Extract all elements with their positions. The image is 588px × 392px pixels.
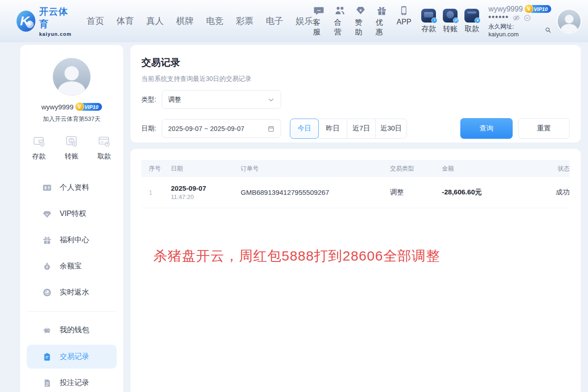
range-7days-button[interactable]: 近7日 bbox=[347, 119, 376, 139]
vip-badge: V VIP10 bbox=[526, 5, 551, 13]
wallet-shortcut-group: + 存款 ⇄ 转账 ¥ 取款 bbox=[421, 9, 479, 34]
customer-service-label: 客服 bbox=[313, 18, 325, 37]
vip-shield-icon: V bbox=[75, 102, 84, 111]
sidebar-item-profile[interactable]: 个人资料 bbox=[27, 175, 117, 201]
vip-level-label: VIP10 bbox=[534, 6, 548, 12]
nav-item-entertainment[interactable]: 娱乐 bbox=[296, 15, 313, 27]
row-order-no: GMB6891394127955509267 bbox=[241, 188, 390, 196]
quick-deposit-label: 存款 bbox=[32, 152, 46, 161]
quick-range-group: 今日 昨日 近7日 近30日 bbox=[290, 119, 407, 139]
sidebar-label-vip: VIP特权 bbox=[60, 209, 86, 219]
deposit-shortcut[interactable]: + 存款 bbox=[421, 9, 436, 34]
brand-domain: kaiyun.com bbox=[39, 31, 74, 37]
rebate-icon bbox=[42, 288, 52, 297]
vip-shield-icon: V bbox=[524, 4, 533, 13]
promotions-label: 优惠 bbox=[376, 18, 387, 37]
row-index: 1 bbox=[149, 189, 171, 196]
sidebar-divider bbox=[28, 311, 116, 312]
sidebar-label-bets: 投注记录 bbox=[60, 378, 89, 388]
football-icon bbox=[26, 21, 34, 28]
gift-icon bbox=[42, 235, 52, 245]
withdraw-label: 取款 bbox=[464, 24, 479, 34]
col-status: 状态 bbox=[553, 165, 570, 173]
sidebar-item-yuebao[interactable]: 余额宝 bbox=[27, 253, 117, 279]
customer-service-link[interactable]: 客服 bbox=[313, 5, 325, 37]
profile-avatar[interactable] bbox=[52, 57, 91, 97]
col-date: 日期 bbox=[171, 165, 241, 173]
sidebar-label-profile: 个人资料 bbox=[60, 183, 89, 193]
permanent-url-label: 永久网址: kaiyun.com bbox=[488, 23, 543, 38]
sponsor-link[interactable]: 赞助 bbox=[355, 5, 366, 37]
top-bar: K 开云体育 kaiyun.com 首页 体育 真人 棋牌 电竞 彩票 电子 娱… bbox=[0, 0, 588, 42]
transfer-shortcut[interactable]: ⇄ 转账 bbox=[443, 9, 458, 34]
chevron-circle-icon[interactable] bbox=[524, 14, 531, 22]
nav-item-live[interactable]: 真人 bbox=[147, 15, 164, 27]
partners-link[interactable]: 合营 bbox=[334, 5, 345, 37]
quick-withdraw-label: 取款 bbox=[97, 152, 111, 161]
brand-logo[interactable]: K 开云体育 kaiyun.com bbox=[17, 6, 74, 37]
join-days-text: 加入开云体育第537天 bbox=[20, 115, 123, 123]
nav-item-chess[interactable]: 棋牌 bbox=[176, 15, 194, 27]
withdraw-shortcut[interactable]: ¥ 取款 bbox=[464, 9, 479, 34]
red-annotation-text: 杀猪盘开云，周红包5888打到28606全部调整 bbox=[153, 247, 570, 266]
header-avatar[interactable] bbox=[557, 9, 582, 34]
chat-icon bbox=[313, 5, 324, 16]
sidebar-item-bets[interactable]: 投注记录 bbox=[27, 370, 117, 392]
chevron-down-icon bbox=[267, 96, 275, 103]
main-nav: 首页 体育 真人 棋牌 电竞 彩票 电子 娱乐 bbox=[87, 15, 313, 27]
row-date-value: 2025-09-07 bbox=[171, 184, 241, 192]
eye-off-icon[interactable] bbox=[513, 14, 520, 22]
username: wywy9999 bbox=[488, 5, 523, 13]
partners-icon bbox=[334, 5, 345, 16]
records-card: 序号 日期 订单号 交易类型 金额 状态 1 2025-09-07 11:47:… bbox=[130, 149, 581, 392]
gem-icon bbox=[42, 209, 52, 219]
query-button[interactable]: 查询 bbox=[460, 118, 513, 139]
quick-deposit[interactable]: 存款 bbox=[32, 134, 46, 161]
quick-withdraw[interactable]: 取款 bbox=[97, 134, 111, 161]
transfer-label: 转账 bbox=[443, 24, 458, 34]
document-icon bbox=[42, 378, 52, 388]
range-yesterday-button[interactable]: 昨日 bbox=[318, 119, 347, 139]
nav-item-sports[interactable]: 体育 bbox=[117, 15, 134, 27]
calendar-icon bbox=[267, 125, 275, 132]
magnifier-cursor-icon bbox=[545, 27, 551, 34]
filter-actions: 查询 重置 bbox=[460, 118, 570, 139]
app-download-link[interactable]: APP bbox=[396, 5, 411, 37]
date-range-input[interactable]: 2025-09-07 ~ 2025-09-07 bbox=[162, 119, 281, 138]
quick-transfer-label: 转账 bbox=[65, 152, 79, 161]
sidebar-item-rebate[interactable]: 实时返水 bbox=[27, 279, 117, 306]
range-today-button[interactable]: 今日 bbox=[290, 119, 319, 139]
transfer-icon bbox=[65, 134, 79, 148]
date-range-value: 2025-09-07 ~ 2025-09-07 bbox=[168, 125, 244, 132]
table-header: 序号 日期 订单号 交易类型 金额 状态 bbox=[141, 160, 570, 177]
quick-transfer[interactable]: 转账 bbox=[65, 134, 79, 161]
reset-button[interactable]: 重置 bbox=[518, 118, 570, 139]
gem-icon bbox=[355, 5, 366, 16]
partners-label: 合营 bbox=[334, 18, 345, 37]
deposit-wallet-icon bbox=[32, 134, 46, 148]
row-amount: -28,606.60元 bbox=[442, 188, 553, 197]
type-label: 类型: bbox=[141, 96, 162, 104]
sidebar-item-wallet[interactable]: 我的钱包 bbox=[27, 317, 117, 343]
nav-item-esports[interactable]: 电竞 bbox=[206, 15, 224, 27]
sidebar-item-vip[interactable]: VIP特权 bbox=[27, 201, 117, 227]
filters-card: 交易记录 当前系统支持查询最近30日的交易记录 类型: 调整 日期: 2025-… bbox=[130, 45, 581, 142]
money-bag-icon bbox=[42, 261, 52, 271]
brand-logo-icon: K bbox=[17, 11, 35, 32]
sidebar-item-transactions[interactable]: 交易记录 bbox=[27, 345, 117, 369]
range-30days-button[interactable]: 近30日 bbox=[375, 119, 407, 139]
deposit-wallet-icon: + bbox=[421, 9, 436, 23]
table-row[interactable]: 1 2025-09-07 11:47:20 GMB689139412795550… bbox=[141, 177, 570, 208]
nav-item-lottery[interactable]: 彩票 bbox=[236, 15, 254, 27]
withdraw-card-icon bbox=[97, 134, 111, 148]
promotions-link[interactable]: 优惠 bbox=[376, 5, 387, 37]
brand-name: 开云体育 bbox=[39, 6, 74, 30]
sidebar-label-transactions: 交易记录 bbox=[60, 352, 89, 362]
profile-section: wywy9999 V VIP10 加入开云体育第537天 bbox=[20, 45, 123, 123]
type-select[interactable]: 调整 bbox=[162, 90, 281, 109]
profile-vip-label: VIP10 bbox=[85, 104, 98, 110]
nav-item-slots[interactable]: 电子 bbox=[266, 15, 283, 27]
sidebar-item-welfare[interactable]: 福利中心 bbox=[27, 227, 117, 253]
nav-item-home[interactable]: 首页 bbox=[87, 15, 104, 27]
masked-balance: ****** bbox=[488, 14, 509, 22]
